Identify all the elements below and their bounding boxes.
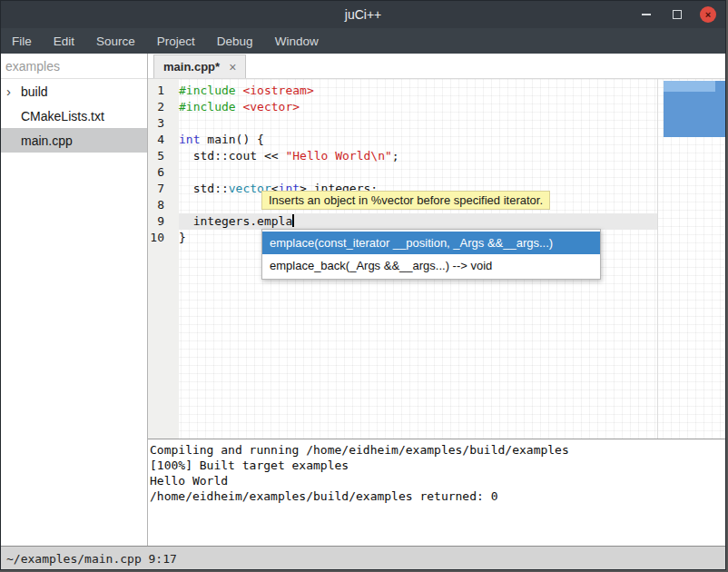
output-line: Compiling and running /home/eidheim/exam…	[150, 442, 725, 458]
line-number: 10	[148, 230, 172, 246]
window-title: juCi++	[345, 7, 381, 22]
sidebar-item-label: build	[21, 84, 48, 99]
code-text: int main() {	[172, 132, 264, 148]
line-number: 3	[148, 115, 172, 132]
code-text	[172, 197, 179, 213]
title-bar: juCi++ ×	[1, 1, 725, 28]
completion-popup: emplace(const_iterator __position, _Args…	[261, 229, 601, 280]
output-pane: Compiling and running /home/eidheim/exam…	[148, 439, 726, 546]
scroll-overview-thumb[interactable]	[664, 81, 726, 137]
sidebar-header: examples	[1, 54, 147, 79]
completion-doc-tooltip: Inserts an object in %vector before spec…	[261, 191, 550, 210]
code-line[interactable]: 4int main() {	[148, 132, 726, 148]
code-text	[172, 115, 179, 132]
code-text: std::cout << "Hello World\n";	[172, 148, 399, 164]
code-line[interactable]: 3	[148, 115, 726, 132]
tab-main-cpp[interactable]: main.cpp*×	[153, 54, 246, 78]
sidebar-item-main-cpp[interactable]: main.cpp	[1, 128, 147, 153]
restore-button[interactable]	[669, 6, 685, 23]
tab-bar-tabs: main.cpp*×	[153, 54, 246, 78]
sidebar-item-build[interactable]: ›build	[1, 79, 147, 104]
chevron-right-icon[interactable]: ›	[6, 84, 21, 98]
line-number: 1	[148, 83, 172, 99]
code-line[interactable]: 5 std::cout << "Hello World\n";	[148, 148, 726, 164]
status-location: ~/examples/main.cpp 9:17	[6, 552, 177, 566]
text-cursor	[292, 214, 294, 227]
app-window: juCi++ × FileEditSourceProjectDebugWindo…	[0, 0, 726, 570]
menu-item-debug[interactable]: Debug	[206, 28, 264, 54]
completion-item[interactable]: emplace(const_iterator __position, _Args…	[262, 232, 600, 254]
tab-label: main.cpp*	[163, 60, 220, 74]
line-number: 8	[148, 197, 172, 213]
code-line[interactable]: 1#include <iostream>	[148, 83, 726, 99]
menu-item-edit[interactable]: Edit	[43, 28, 85, 54]
menu-bar: FileEditSourceProjectDebugWindow	[1, 28, 725, 54]
editor[interactable]: 1#include <iostream>2#include <vector>34…	[148, 79, 726, 439]
scroll-overview-band	[664, 81, 715, 92]
code-text: #include <iostream>	[172, 83, 314, 99]
code-lines: 1#include <iostream>2#include <vector>34…	[148, 83, 726, 246]
menu-item-project[interactable]: Project	[146, 28, 206, 54]
completion-item[interactable]: emplace_back(_Args &&__args...) --> void	[262, 254, 600, 277]
menu-item-source[interactable]: Source	[85, 28, 146, 54]
output-lines: Compiling and running /home/eidheim/exam…	[150, 442, 725, 504]
close-button[interactable]: ×	[700, 6, 716, 23]
line-number: 5	[148, 148, 172, 164]
line-number: 9	[148, 213, 172, 230]
minimize-button[interactable]	[638, 6, 654, 23]
menu-item-file[interactable]: File	[1, 28, 43, 54]
sidebar-item-cmakelists-txt[interactable]: CMakeLists.txt	[1, 104, 147, 128]
line-number: 2	[148, 99, 172, 115]
file-sidebar: examples ›buildCMakeLists.txtmain.cpp	[1, 54, 148, 546]
file-tree: ›buildCMakeLists.txtmain.cpp	[1, 79, 147, 153]
line-number: 4	[148, 132, 172, 148]
code-text	[172, 164, 179, 181]
code-line[interactable]: 9 integers.empla	[148, 213, 726, 230]
sidebar-item-label: CMakeLists.txt	[21, 109, 104, 123]
code-text: #include <vector>	[172, 99, 300, 115]
menu-item-window[interactable]: Window	[264, 28, 330, 54]
line-number: 7	[148, 181, 172, 197]
line-number: 6	[148, 164, 172, 181]
code-line[interactable]: 2#include <vector>	[148, 99, 726, 115]
tab-close-icon[interactable]: ×	[229, 60, 236, 74]
code-text: }	[172, 230, 186, 246]
status-bar: ~/examples/main.cpp 9:17	[1, 546, 725, 570]
window-controls: ×	[638, 1, 716, 28]
sidebar-item-label: main.cpp	[21, 133, 73, 148]
output-line: [100%] Built target examples	[150, 458, 725, 473]
output-line: Hello World	[150, 473, 725, 488]
tab-bar: main.cpp*×	[148, 54, 726, 79]
output-line: /home/eidheim/examples/build/examples re…	[150, 488, 725, 504]
code-line[interactable]: 6	[148, 164, 726, 181]
code-text: integers.empla	[172, 213, 294, 230]
